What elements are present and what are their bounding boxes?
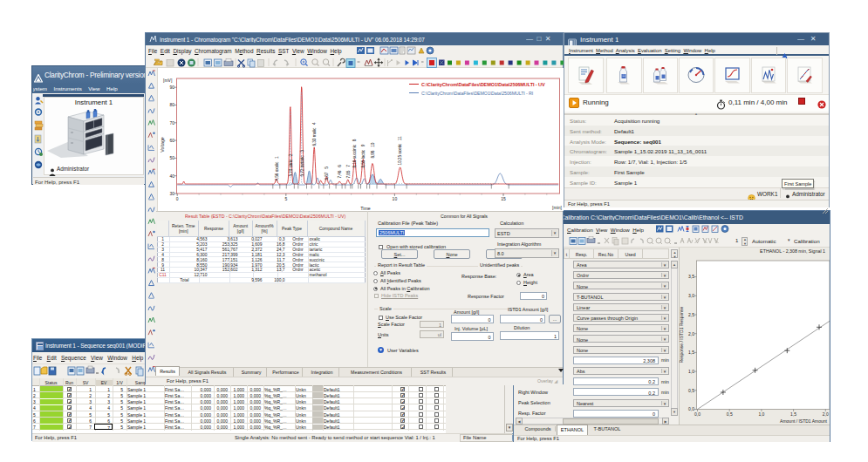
svg-text:1,0: 1,0 [758,411,764,417]
svg-text:4,56 oxalic 1: 4,56 oxalic 1 [275,155,279,180]
svg-text:50: 50 [169,155,174,160]
svg-text:C:\ClarityChrom\DataFiles\DEMO: C:\ClarityChrom\DataFiles\DEMO1\Data\250… [421,90,533,95]
svg-text:Amount / ISTD1 Amount: Amount / ISTD1 Amount [780,418,828,424]
svg-text:10,25 acetic 11: 10,25 acetic 11 [398,135,402,165]
svg-text:0,5: 0,5 [727,411,733,417]
svg-text:15: 15 [501,196,506,201]
svg-text:7,46 6: 7,46 6 [338,164,342,178]
svg-text:C:\ClarityChrom\DataFiles\DEMO: C:\ClarityChrom\DataFiles\DEMO1\Data\250… [421,81,545,86]
svg-text:[mV]: [mV] [163,77,173,82]
svg-text:0: 0 [176,196,179,201]
svg-text:2,0: 2,0 [823,411,829,417]
svg-text:1,5: 1,5 [688,350,694,355]
svg-text:8,55 lactic 9: 8,55 lactic 9 [361,144,366,167]
svg-text:0,5: 0,5 [688,388,694,393]
svg-text:90: 90 [169,85,174,90]
svg-text:40: 40 [169,173,174,178]
svg-text:Response / ISTD1 Response: Response / ISTD1 Response [679,306,684,363]
svg-text:2,0: 2,0 [688,331,694,336]
svg-text:80: 80 [169,102,174,107]
svg-text:8,98 10: 8,98 10 [371,142,375,158]
svg-text:5,20 citric 2: 5,20 citric 2 [289,153,293,176]
svg-text:6,30 malic 4: 6,30 malic 4 [312,121,317,146]
svg-text:70: 70 [169,119,174,125]
svg-text:Voltage: Voltage [160,137,165,152]
svg-text:[min]: [min] [552,204,562,209]
svg-text:5: 5 [284,196,287,201]
svg-text:5,72 tartaric 3: 5,72 tartaric 3 [300,149,304,176]
svg-text:3,5: 3,5 [688,274,694,279]
svg-text:0,0: 0,0 [694,411,701,417]
svg-text:3,0: 3,0 [688,293,694,298]
svg-text:1,5: 1,5 [790,411,796,417]
svg-text:60: 60 [169,137,174,142]
svg-text:7,85 7: 7,85 7 [346,164,351,178]
svg-text:6,87 5: 6,87 5 [325,166,329,180]
svg-text:2,5: 2,5 [688,312,694,317]
svg-text:1,0: 1,0 [688,369,694,374]
svg-text:10: 10 [393,196,398,201]
svg-text:30: 30 [169,190,174,195]
svg-text:8,16 succinic 8: 8,16 succinic 8 [352,139,357,167]
